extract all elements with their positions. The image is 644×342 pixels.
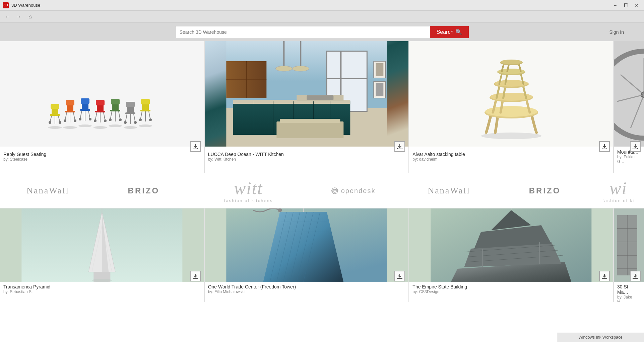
building-name-empire: The Empire State Building (412, 284, 610, 289)
search-icon: 🔍 (455, 29, 462, 35)
brand-brizo-1[interactable]: BRIZO (96, 173, 192, 208)
brand-logo-brizo-1: BRIZO (128, 186, 160, 195)
download-button-chairs[interactable] (190, 141, 201, 152)
brand-witt-partial[interactable]: wi fashion of ki (593, 173, 644, 208)
close-button[interactable]: ✕ (632, 2, 641, 9)
svg-point-44 (119, 118, 122, 121)
svg-rect-30 (96, 100, 105, 105)
svg-point-26 (89, 118, 91, 120)
svg-point-52 (124, 121, 127, 124)
model-card-partial: Mountai… by: Fukku G… (614, 41, 644, 173)
model-name-kitchen: LUCCA Deep Ocean - WITT Kitchen (208, 152, 405, 157)
svg-rect-21 (81, 98, 89, 104)
window-controls: − ⧠ ✕ (610, 2, 641, 9)
svg-rect-71 (376, 83, 383, 96)
svg-point-17 (74, 119, 76, 122)
svg-rect-88 (300, 41, 301, 68)
svg-point-25 (79, 118, 81, 120)
minimize-button[interactable]: − (610, 2, 620, 9)
home-button[interactable]: ⌂ (25, 12, 35, 21)
brand-logo-nanawall-2: NanaWall (428, 186, 470, 196)
download-button-partial[interactable] (630, 141, 641, 152)
building-name-wtc: One World Trade Center (Freedom Tower) (208, 284, 405, 289)
svg-line-104 (621, 75, 644, 95)
svg-point-34 (94, 119, 96, 122)
svg-point-45 (124, 126, 137, 129)
svg-rect-85 (280, 119, 340, 123)
building-card-wtc: One World Trade Center (Freedom Tower) b… (205, 208, 409, 302)
search-wrap (175, 26, 430, 38)
search-button[interactable]: Search 🔍 (430, 26, 469, 38)
nav-bar: ← → ⌂ (0, 11, 644, 23)
maximize-button[interactable]: ⧠ (621, 2, 631, 9)
brand-nanawall-1[interactable]: NanaWall (0, 173, 96, 208)
model-author-kitchen: by: Witt Kitchen (208, 157, 405, 162)
svg-rect-69 (376, 63, 383, 76)
brand-brizo-2[interactable]: BRIZO (497, 173, 593, 208)
svg-point-16 (64, 119, 66, 122)
search-input[interactable] (175, 26, 430, 38)
taskbar-windows-ink[interactable]: Windows Ink Workspace (557, 333, 644, 342)
svg-point-100 (501, 60, 522, 64)
building-author-empire: by: CS3Design (412, 289, 610, 294)
svg-line-105 (617, 95, 644, 101)
brand-witt[interactable]: witt fashion of kitchens (192, 173, 305, 208)
app-title: 3D Warehouse (11, 3, 40, 8)
svg-rect-48 (126, 102, 135, 107)
brand-logo-nanawall-1: NanaWall (26, 186, 69, 196)
building-info-transamerica: Transamerica Pyramid by: Sebastian S. (0, 282, 204, 302)
brand-opendesk[interactable]: opendesk (305, 173, 401, 208)
table-image (409, 41, 613, 147)
svg-point-119 (92, 279, 112, 282)
download-button-30stma[interactable] (630, 271, 641, 281)
app-icon: 3D (3, 2, 9, 8)
top-models-row: Reply Guest Seating by: Steelcase (0, 41, 644, 173)
partial-image (614, 41, 644, 147)
svg-point-35 (104, 119, 107, 122)
brand-sub-witt: fashion of kitchens (224, 198, 273, 203)
building-author-30stma: by: Jake M… (617, 295, 641, 302)
svg-point-36 (109, 124, 122, 127)
svg-point-18 (78, 124, 92, 127)
brands-row: NanaWall BRIZO witt fashion of kitchens … (0, 173, 644, 208)
brand-sub-witt-partial: fashion of ki (602, 198, 634, 203)
model-card-chairs: Reply Guest Seating by: Steelcase (0, 41, 205, 173)
search-bar: Search 🔍 Sign In (0, 23, 644, 41)
svg-rect-3 (51, 104, 59, 109)
download-button-kitchen[interactable] (394, 141, 405, 152)
download-button-wtc[interactable] (394, 271, 405, 281)
brand-nanawall-2[interactable]: NanaWall (401, 173, 497, 208)
building-author-transamerica: by: Sebastian S. (3, 289, 201, 294)
building-author-wtc: by: Filip Michalowski (208, 289, 405, 294)
building-info-empire: The Empire State Building by: CS3Design (409, 282, 613, 302)
svg-point-43 (109, 118, 112, 121)
brand-logo-witt: witt (234, 178, 263, 198)
svg-point-89 (292, 66, 309, 71)
model-info-kitchen: LUCCA Deep Ocean - WITT Kitchen by: Witt… (205, 147, 409, 167)
chairs-image (0, 41, 204, 147)
sign-in-link[interactable]: Sign In (609, 29, 624, 35)
svg-point-7 (49, 121, 51, 124)
svg-point-0 (48, 126, 62, 129)
svg-rect-86 (283, 41, 284, 68)
svg-point-27 (93, 126, 107, 129)
model-name-chairs: Reply Guest Seating (3, 152, 201, 157)
title-bar-left: 3D 3D Warehouse (3, 2, 40, 8)
brand-logo-opendesk: opendesk (331, 187, 376, 195)
download-button-empire[interactable] (599, 271, 610, 281)
svg-point-90 (481, 133, 541, 139)
download-button-table[interactable] (599, 141, 610, 152)
svg-rect-39 (111, 99, 120, 104)
model-author-table: by: davidheim (412, 157, 610, 162)
back-button[interactable]: ← (3, 12, 12, 21)
building-card-empire: The Empire State Building by: CS3Design (409, 208, 614, 302)
brand-logo-brizo-2: BRIZO (529, 186, 561, 195)
download-button-transamerica[interactable] (190, 271, 201, 281)
model-name-table: Alvar Aalto stacking table (412, 152, 610, 157)
model-card-table: Alvar Aalto stacking table by: davidheim (409, 41, 614, 173)
svg-point-8 (59, 121, 61, 124)
title-bar: 3D 3D Warehouse − ⧠ ✕ (0, 0, 644, 11)
building-name-30stma: 30 St Ma… (617, 284, 641, 295)
forward-button[interactable]: → (14, 12, 23, 21)
building-info-wtc: One World Trade Center (Freedom Tower) b… (205, 282, 409, 302)
